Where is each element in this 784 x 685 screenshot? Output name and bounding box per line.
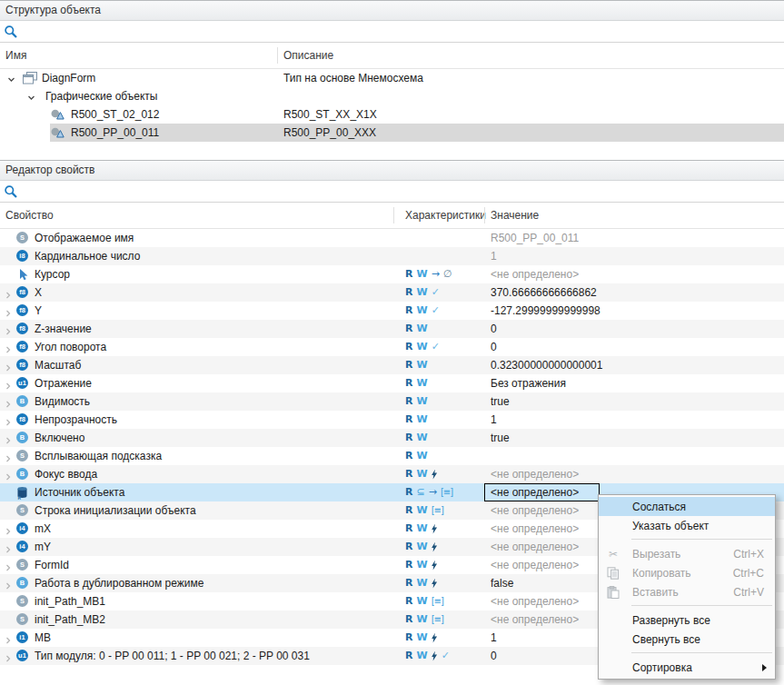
properties-search-input[interactable] <box>20 183 784 201</box>
chevron-right-icon[interactable] <box>5 362 12 374</box>
menu-item-shortcut: Ctrl+C <box>733 567 775 580</box>
chevron-right-icon[interactable] <box>5 434 12 447</box>
chevron-right-icon[interactable] <box>5 471 12 483</box>
write-flag: W <box>416 559 427 571</box>
chevron-right-icon[interactable] <box>5 634 12 647</box>
menu-item-sorting[interactable]: Сортировка <box>599 658 775 677</box>
property-value[interactable]: Без отражения <box>491 377 566 390</box>
property-row[interactable]: КурсорRW→∅<не определено> <box>0 265 784 283</box>
property-value[interactable]: <не определено> <box>491 468 579 481</box>
write-flag: W <box>416 304 427 317</box>
column-header-value[interactable]: Значение <box>491 209 539 222</box>
property-row[interactable]: f8Z-значениеRW0 <box>0 320 784 338</box>
column-header-name[interactable]: Имя <box>5 49 26 62</box>
property-value[interactable]: true <box>491 432 510 444</box>
property-value[interactable]: 0 <box>491 341 497 353</box>
chevron-right-icon[interactable] <box>5 452 12 465</box>
chevron-right-icon[interactable] <box>5 580 12 592</box>
property-row[interactable]: f8Угол поворотаRW✓0 <box>0 338 784 356</box>
property-row[interactable]: SОтображаемое имяR500_PP_00_011 <box>0 229 784 247</box>
chevron-down-icon[interactable] <box>27 92 35 104</box>
tree-row[interactable]: DiagnFormТип на основе Мнемосхема <box>0 69 784 87</box>
property-value[interactable]: <не определено> <box>491 268 579 281</box>
menu-item-specify-object[interactable]: Указать объект <box>599 516 775 535</box>
menu-item-label: Свернуть все <box>632 633 700 646</box>
property-row[interactable]: BФокус вводаRW<не определено> <box>0 465 784 483</box>
property-value[interactable]: <не определено> <box>491 613 579 626</box>
write-flag: W <box>416 631 427 644</box>
column-header-property[interactable]: Свойство <box>5 209 54 222</box>
write-flag: W <box>416 613 427 626</box>
column-divider[interactable] <box>484 207 485 223</box>
menu-item-collapse-all[interactable]: Свернуть все <box>599 630 775 649</box>
property-name: Курсор <box>35 268 70 281</box>
tree-row[interactable]: R500_PP_00_011R500_PP_00_XXX <box>0 124 784 142</box>
property-value[interactable]: <не определено> <box>491 522 579 535</box>
chevron-right-icon[interactable] <box>5 561 12 574</box>
list-icon: [≡] <box>432 613 443 626</box>
property-value[interactable]: R500_PP_00_011 <box>491 232 579 244</box>
property-row[interactable]: f8НепрозрачностьRW1 <box>0 411 784 429</box>
chevron-right-icon[interactable] <box>5 307 12 320</box>
read-flag: R <box>405 304 412 317</box>
read-flag: R <box>405 468 412 481</box>
menu-item-expand-all[interactable]: Развернуть все <box>599 611 775 630</box>
property-name: Отражение <box>35 377 92 390</box>
menu-item-label: Вставить <box>632 586 679 599</box>
property-value[interactable]: <не определено> <box>491 486 579 499</box>
property-value[interactable]: 0 <box>491 323 497 335</box>
property-name: Отображаемое имя <box>35 232 134 244</box>
read-flag: R <box>405 595 412 608</box>
column-header-description[interactable]: Описание <box>283 49 333 62</box>
tree-row[interactable]: Графические объекты <box>0 87 784 105</box>
column-divider[interactable] <box>277 47 278 64</box>
property-row[interactable]: f8YRW✓-127.29999999999998 <box>0 302 784 320</box>
property-row[interactable]: f8МасштабRW0.32300000000000001 <box>0 356 784 374</box>
chevron-right-icon[interactable] <box>5 380 12 392</box>
s-type-icon: S <box>16 613 28 625</box>
chevron-right-icon[interactable] <box>5 343 12 356</box>
read-flag: R <box>405 341 412 353</box>
property-characteristics: RW <box>405 413 428 426</box>
property-value[interactable]: 0 <box>491 650 497 662</box>
property-value[interactable]: false <box>491 577 513 590</box>
chevron-right-icon[interactable] <box>5 416 12 429</box>
property-value[interactable]: 1 <box>491 413 497 426</box>
property-value[interactable]: 1 <box>491 250 497 263</box>
chevron-right-icon[interactable] <box>5 325 12 338</box>
property-value[interactable]: <не определено> <box>491 504 579 517</box>
chevron-right-icon[interactable] <box>5 652 12 665</box>
property-row[interactable]: BВключеноRWtrue <box>0 429 784 447</box>
property-value[interactable]: 370.66666666666862 <box>491 286 597 299</box>
read-flag: R <box>405 432 412 444</box>
property-value[interactable]: <не определено> <box>491 595 579 608</box>
property-value[interactable]: 1 <box>491 631 497 644</box>
tree-row[interactable]: R500_ST_02_012R500_ST_XX_X1X <box>0 105 784 124</box>
property-characteristics: RW <box>405 522 438 535</box>
column-divider[interactable] <box>393 207 394 223</box>
property-characteristics: RW <box>405 432 428 444</box>
chevron-right-icon[interactable] <box>5 525 12 538</box>
property-value[interactable]: <не определено> <box>491 541 579 553</box>
property-value[interactable]: <не определено> <box>491 559 579 571</box>
property-value[interactable]: true <box>491 395 510 408</box>
read-flag: R <box>405 650 412 662</box>
property-row[interactable]: SВсплывающая подсказкаRW <box>0 447 784 465</box>
bolt-icon <box>432 633 438 643</box>
property-name: mX <box>35 522 51 535</box>
property-row[interactable]: i8Кардинальное число1 <box>0 247 784 265</box>
property-row[interactable]: BВидимостьRWtrue <box>0 392 784 411</box>
structure-search-input[interactable] <box>20 23 784 41</box>
property-row[interactable]: u1ОтражениеRWБез отражения <box>0 374 784 392</box>
tree-item-description: R500_ST_XX_X1X <box>283 108 377 121</box>
property-value[interactable]: -127.29999999999998 <box>491 304 600 317</box>
property-row[interactable]: f8XRW✓370.66666666666862 <box>0 283 784 302</box>
column-header-characteristics[interactable]: Характеристики <box>405 209 486 222</box>
chevron-right-icon[interactable] <box>5 543 12 556</box>
chevron-right-icon[interactable] <box>5 398 12 411</box>
chevron-right-icon[interactable] <box>5 289 12 302</box>
context-menu: СослатьсяУказать объект✂ВырезатьCtrl+XКо… <box>598 494 776 680</box>
chevron-down-icon[interactable] <box>7 74 15 86</box>
menu-item-reference[interactable]: Сослаться <box>599 497 775 516</box>
property-value[interactable]: 0.32300000000000001 <box>491 359 602 372</box>
